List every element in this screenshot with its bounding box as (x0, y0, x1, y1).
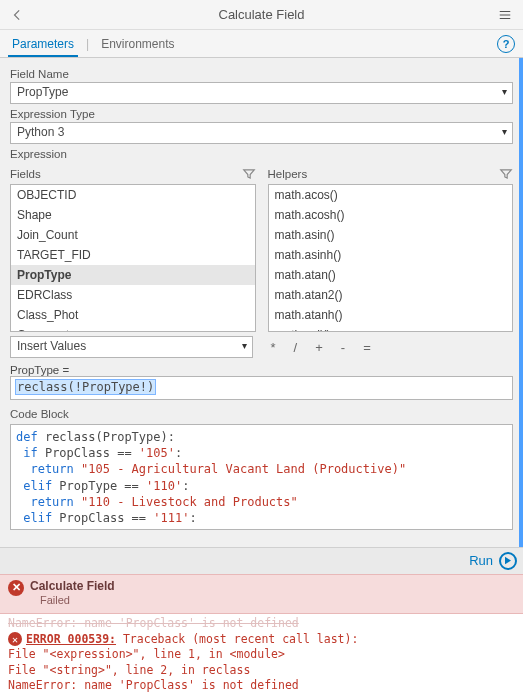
list-item[interactable]: EDRClass (11, 285, 255, 305)
back-button[interactable] (8, 8, 28, 22)
error-status: Failed (40, 594, 115, 608)
tab-environments[interactable]: Environments (97, 31, 178, 57)
expression-label: Expression (10, 148, 513, 160)
list-item[interactable]: math.atan2() (269, 285, 513, 305)
expression-type-select[interactable]: Python 3 (10, 122, 513, 144)
trace-line: Traceback (most recent call last): (116, 632, 358, 646)
code-block-label: Code Block (10, 408, 513, 420)
list-item[interactable]: math.atanh() (269, 305, 513, 325)
hamburger-menu-icon[interactable] (495, 8, 515, 22)
list-item[interactable]: math.acosh() (269, 205, 513, 225)
field-name-label: Field Name (10, 68, 513, 80)
fields-listbox[interactable]: OBJECTIDShapeJoin_CountTARGET_FIDPropTyp… (10, 184, 256, 332)
list-item[interactable]: math.asinh() (269, 245, 513, 265)
error-icon: ✕ (8, 632, 22, 646)
prev-error-line: NameError: name 'PropClass' is not defin… (8, 616, 515, 632)
operator-button[interactable]: + (315, 340, 323, 355)
error-banner: ✕ Calculate Field Failed (0, 574, 523, 615)
trace-line: File "<string>", line 2, in reclass (8, 663, 515, 679)
list-item[interactable]: math.acos() (269, 185, 513, 205)
list-item[interactable]: math.atan() (269, 265, 513, 285)
list-item[interactable]: math.asin() (269, 225, 513, 245)
operator-button[interactable]: * (271, 340, 276, 355)
list-item[interactable]: TARGET_FID (11, 245, 255, 265)
window-title: Calculate Field (28, 7, 495, 22)
run-button[interactable]: Run (469, 552, 517, 570)
error-icon: ✕ (8, 580, 24, 596)
tab-separator: | (86, 37, 89, 51)
operator-toolbar: */+-= (265, 340, 514, 355)
error-details: NameError: name 'PropClass' is not defin… (0, 614, 523, 700)
insert-values-select[interactable]: Insert Values (10, 336, 253, 358)
panel-scroll-indicator (519, 58, 523, 547)
tab-parameters[interactable]: Parameters (8, 31, 78, 57)
list-item[interactable]: Comments (11, 325, 255, 332)
helpers-listbox[interactable]: math.acos()math.acosh()math.asin()math.a… (268, 184, 514, 332)
operator-button[interactable]: - (341, 340, 345, 355)
trace-line: File "<expression>", line 1, in <module> (8, 647, 515, 663)
operator-button[interactable]: / (294, 340, 298, 355)
filter-icon[interactable] (499, 167, 513, 181)
field-name-select[interactable]: PropType (10, 82, 513, 104)
filter-icon[interactable] (242, 167, 256, 181)
code-block-input[interactable]: def reclass(PropType): if PropClass == '… (10, 424, 513, 530)
play-icon (499, 552, 517, 570)
list-item[interactable]: OBJECTID (11, 185, 255, 205)
list-item[interactable]: math.ceil() (269, 325, 513, 332)
helpers-label: Helpers (268, 168, 308, 180)
trace-line: NameError: name 'PropClass' is not defin… (8, 678, 515, 694)
parameters-panel: Field Name PropType ▾ Expression Type Py… (0, 58, 523, 547)
expression-equals-label: PropType = (10, 364, 513, 376)
error-title: Calculate Field (30, 579, 115, 594)
run-bar: Run (0, 547, 523, 574)
help-icon[interactable]: ? (497, 35, 515, 53)
operator-button[interactable]: = (363, 340, 371, 355)
titlebar: Calculate Field (0, 0, 523, 30)
list-item[interactable]: PropType (11, 265, 255, 285)
expression-input[interactable]: reclass(!PropType!) (10, 376, 513, 400)
list-item[interactable]: Shape (11, 205, 255, 225)
tab-bar: Parameters | Environments ? (0, 30, 523, 58)
error-code-link[interactable]: ERROR 000539: (26, 632, 116, 646)
list-item[interactable]: Join_Count (11, 225, 255, 245)
expression-text: reclass(!PropType!) (16, 380, 155, 394)
run-label: Run (469, 553, 493, 568)
expression-type-label: Expression Type (10, 108, 513, 120)
list-item[interactable]: Class_Phot (11, 305, 255, 325)
fields-label: Fields (10, 168, 41, 180)
